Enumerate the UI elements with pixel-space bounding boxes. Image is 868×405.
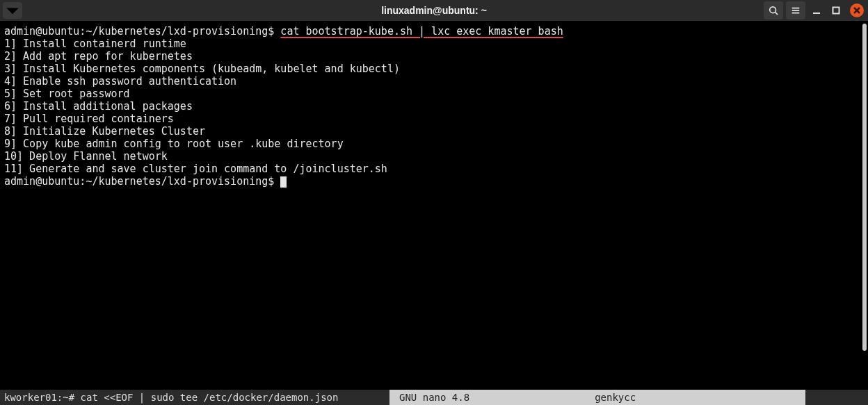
editor-name: GNU nano 4.8 xyxy=(399,392,469,403)
bottom-strip: kworker01:~# cat <<EOF | sudo tee /etc/d… xyxy=(0,390,868,405)
window-title: linuxadmin@ubuntu: ~ xyxy=(381,5,487,16)
svg-rect-1 xyxy=(833,8,839,14)
minimize-icon xyxy=(812,6,821,15)
minimize-button[interactable] xyxy=(808,2,825,19)
scrollbar[interactable] xyxy=(862,24,867,387)
maximize-icon xyxy=(832,6,840,15)
search-icon xyxy=(769,6,778,15)
search-button[interactable] xyxy=(764,1,783,19)
shell-prompt: admin@ubuntu:~/kubernetes/lxd-provisioni… xyxy=(4,25,280,38)
output-line: 9] Copy kube admin config to root user .… xyxy=(4,138,344,150)
output-line: 1] Install containerd runtime xyxy=(4,38,186,50)
output-line: 2] Add apt repo for kubernetes xyxy=(4,50,193,63)
close-icon xyxy=(853,7,860,14)
menu-button[interactable] xyxy=(786,1,805,19)
cursor xyxy=(280,176,287,188)
output-line: 6] Install additional packages xyxy=(4,100,193,113)
output-line: 8] Initialize Kubernetes Cluster xyxy=(4,125,205,138)
chevron-down-icon xyxy=(3,1,22,20)
output-line: 10] Deploy Flannel network xyxy=(4,150,168,163)
close-button[interactable] xyxy=(850,3,864,17)
maximize-button[interactable] xyxy=(828,2,844,19)
shell-command: cat bootstrap-kube.sh | lxc exec kmaster… xyxy=(280,25,563,38)
output-line: 4] Enable ssh password authentication xyxy=(4,75,236,88)
output-line: 7] Pull required containers xyxy=(4,113,174,125)
terminal-content[interactable]: admin@ubuntu:~/kubernetes/lxd-provisioni… xyxy=(0,21,861,390)
scrollbar-thumb[interactable] xyxy=(862,24,867,351)
new-tab-button[interactable] xyxy=(3,2,22,19)
shell-prompt: admin@ubuntu:~/kubernetes/lxd-provisioni… xyxy=(4,175,280,188)
bottom-left-text: kworker01:~# cat <<EOF | sudo tee /etc/d… xyxy=(0,390,389,405)
output-line: 3] Install Kubernetes components (kubead… xyxy=(4,63,400,75)
output-line: 5] Set root password xyxy=(4,88,130,100)
terminal-window: linuxadmin@ubuntu: ~ admin@ubuntu:~/kube… xyxy=(0,0,868,405)
hamburger-icon xyxy=(791,6,801,15)
terminal-body[interactable]: admin@ubuntu:~/kubernetes/lxd-provisioni… xyxy=(0,21,868,390)
titlebar: linuxadmin@ubuntu: ~ xyxy=(0,0,868,21)
bottom-mid: GNU nano 4.8 genkycc xyxy=(389,390,805,405)
output-line: 11] Generate and save cluster join comma… xyxy=(4,163,387,175)
editor-file: genkycc xyxy=(595,392,636,403)
svg-point-0 xyxy=(770,7,776,13)
